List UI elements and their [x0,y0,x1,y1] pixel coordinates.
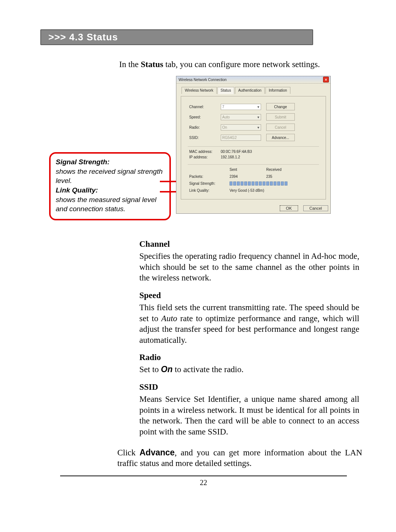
link-quality-value: Very Good (-53 dBm) [230,188,303,192]
radio-select[interactable]: On▾ [221,124,261,131]
divider [188,146,319,147]
footer-rule [60,476,347,476]
close-icon[interactable]: × [323,77,329,82]
channel-select[interactable]: 7▾ [221,104,261,110]
ok-button[interactable]: OK [280,205,298,211]
callout-connector [160,181,177,182]
figure-area: Signal Strength: shows the received sign… [40,76,367,230]
signal-strength-bar [230,181,303,186]
advance-button[interactable]: Advance... [266,134,295,141]
tab-wireless-network[interactable]: Wireless Network [182,87,217,94]
callout-text-link: shows the measured signal level and conn… [56,195,164,214]
packets-label: Packets: [189,175,230,179]
paragraph-speed: This field sets the current transmitting… [139,302,359,345]
callout-box: Signal Strength: shows the received sign… [49,152,171,220]
speed-select[interactable]: Auto▾ [221,114,261,120]
link-quality-label: Link Quality: [189,188,230,192]
intro-text: In the Status tab, you can configure mor… [119,60,367,69]
ssid-input[interactable]: RG54G2 [221,135,261,141]
ip-label: IP address: [189,155,216,159]
paragraph-ssid: Means Service Set Identifier, a unique n… [139,394,359,437]
ssid-label: SSID: [189,136,216,140]
final-paragraph: Click Advance, and you can get more info… [117,447,362,469]
page-number: 22 [40,478,367,487]
signal-strength-label: Signal Strength: [189,181,230,186]
submit-button[interactable]: Submit [266,113,295,121]
heading-radio: Radio [139,352,359,363]
body-column: Channel Specifies the operating radio fr… [139,239,359,437]
mac-label: MAC address: [189,150,216,154]
paragraph-channel: Specifies the operating radio frequency … [139,251,359,283]
ip-value: 192.168.1.2 [221,155,318,159]
packets-received: 235 [266,175,303,179]
dialog-title: Wireless Network Connection [179,78,227,82]
heading-speed: Speed [139,290,359,301]
received-header: Received [266,168,303,172]
divider [188,164,319,165]
radio-label: Radio: [189,125,216,129]
tab-status[interactable]: Status [217,87,234,94]
callout-heading-link: Link Quality: [56,186,98,194]
cancel-button[interactable]: Cancel [303,205,328,211]
tab-panel: Channel: 7▾ Change Speed: Auto▾ Submit R… [181,96,326,199]
chevron-down-icon: ▾ [257,115,260,119]
heading-channel: Channel [139,239,359,249]
callout-text-signal: shows the received signal strength level… [56,167,164,186]
callout-heading-signal: Signal Strength: [56,158,110,166]
tab-information[interactable]: Information [265,87,290,94]
chevron-down-icon: ▾ [257,105,260,109]
cancel-small-button[interactable]: Cancel [266,124,295,131]
mac-value: 00:0C:76:6F:4A:B3 [221,150,318,154]
dialog-wireless-status: Wireless Network Connection × Wireless N… [176,76,331,214]
packets-sent: 2394 [230,175,266,179]
channel-label: Channel: [189,105,216,109]
chevron-down-icon: ▾ [257,125,260,129]
callout-connector [160,191,177,192]
heading-ssid: SSID [139,382,359,392]
tab-strip: Wireless Network Status Authentication I… [182,87,326,94]
paragraph-radio: Set to On to activate the radio. [139,364,359,375]
section-header: >>> 4.3 Status [40,29,313,45]
tab-authentication[interactable]: Authentication [235,87,265,94]
speed-label: Speed: [189,115,216,119]
sent-header: Sent [230,168,266,172]
change-button[interactable]: Change [266,103,295,110]
